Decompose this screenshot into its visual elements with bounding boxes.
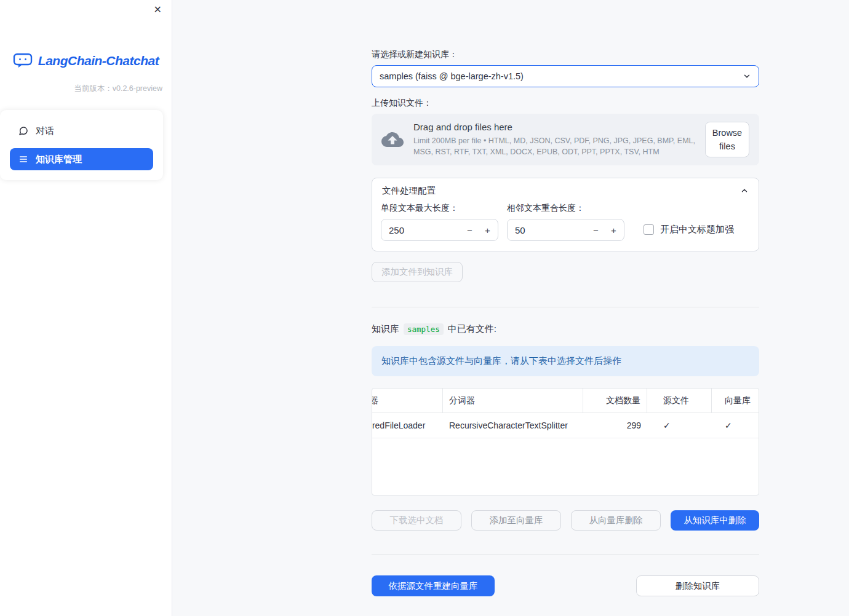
sidebar-nav: 对话 知识库管理 bbox=[0, 110, 163, 180]
sidebar-item-label: 知识库管理 bbox=[36, 154, 82, 165]
max-length-field: 单段文本最大长度： 250 − + bbox=[381, 203, 498, 241]
browse-files-button[interactable]: Browse files bbox=[705, 122, 749, 158]
zh-title-checkbox-label: 开启中文标题加强 bbox=[660, 224, 734, 235]
sidebar-item-label: 对话 bbox=[36, 125, 54, 137]
list-icon bbox=[18, 154, 28, 164]
kb-level-actions: 依据源文件重建向量库 删除知识库 bbox=[372, 575, 759, 596]
max-length-label: 单段文本最大长度： bbox=[381, 203, 498, 214]
cell-source-file-check: ✓ bbox=[647, 413, 712, 438]
cell-doc-count: 299 bbox=[583, 413, 647, 438]
app-logo: LangChain-Chatchat bbox=[0, 53, 172, 69]
cell-loader: UnstructuredFileLoader bbox=[372, 413, 443, 438]
sidebar-item-knowledge-base[interactable]: 知识库管理 bbox=[10, 148, 153, 170]
file-uploader-dropzone[interactable]: Drag and drop files here Limit 200MB per… bbox=[372, 114, 759, 165]
decrement-button[interactable]: − bbox=[461, 225, 479, 235]
add-files-to-kb-button[interactable]: 添加文件到知识库 bbox=[372, 262, 463, 282]
overlap-label: 相邻文本重合长度： bbox=[507, 203, 624, 214]
sidebar-item-dialogue[interactable]: 对话 bbox=[10, 120, 153, 142]
decrement-button[interactable]: − bbox=[587, 225, 605, 235]
delete-from-vector-store-button[interactable]: 从向量库删除 bbox=[571, 510, 661, 531]
chevron-up-icon bbox=[740, 186, 749, 195]
files-table: 文档加载器 分词器 文档数量 源文件 向量库 UnstructuredFileL… bbox=[372, 388, 759, 496]
existing-files-line: 知识库 samples 中已有文件: bbox=[372, 323, 759, 335]
upload-label: 上传知识文件： bbox=[372, 98, 759, 109]
kb-selectbox[interactable]: samples (faiss @ bge-large-zh-v1.5) bbox=[372, 65, 759, 87]
version-label: 当前版本：v0.2.6-preview bbox=[0, 84, 172, 94]
col-header-loader[interactable]: 文档加载器 bbox=[372, 389, 443, 413]
sidebar-close-icon[interactable]: ✕ bbox=[154, 5, 162, 15]
uploader-drag-text: Drag and drop files here bbox=[413, 122, 695, 132]
divider bbox=[372, 554, 759, 555]
cell-vector-store-check: ✓ bbox=[712, 413, 759, 438]
main-content: 请选择或新建知识库： samples (faiss @ bge-large-zh… bbox=[172, 0, 849, 616]
max-length-input[interactable]: 250 − + bbox=[381, 219, 498, 241]
delete-knowledge-base-button[interactable]: 删除知识库 bbox=[636, 575, 759, 596]
speech-bubble-icon bbox=[18, 126, 28, 136]
overlap-field: 相邻文本重合长度： 50 − + bbox=[507, 203, 624, 241]
chevron-down-icon bbox=[743, 72, 751, 81]
col-header-splitter[interactable]: 分词器 bbox=[443, 389, 583, 413]
existing-files-prefix: 知识库 bbox=[372, 323, 399, 335]
divider bbox=[372, 307, 759, 307]
checkbox-unchecked-icon[interactable] bbox=[644, 224, 654, 235]
file-config-expander-header[interactable]: 文件处理配置 bbox=[372, 178, 759, 203]
file-action-buttons: 下载选中文档 添加至向量库 从向量库删除 从知识库中删除 bbox=[372, 510, 759, 531]
kb-select-label: 请选择或新建知识库： bbox=[372, 49, 759, 60]
file-config-body: 单段文本最大长度： 250 − + 相邻文本重合长度： 50 − + 开启中文标… bbox=[372, 203, 759, 251]
file-config-expander: 文件处理配置 单段文本最大长度： 250 − + 相邻文本重合长度： 50 − … bbox=[372, 178, 759, 251]
overlap-value: 50 bbox=[515, 225, 587, 235]
chat-bubble-logo-icon bbox=[13, 53, 33, 69]
check-icon: ✓ bbox=[663, 421, 671, 430]
sidebar: ✕ LangChain-Chatchat 当前版本：v0.2.6-preview… bbox=[0, 0, 172, 616]
zh-title-checkbox-row[interactable]: 开启中文标题加强 bbox=[644, 218, 734, 240]
info-banner: 知识库中包含源文件与向量库，请从下表中选择文件后操作 bbox=[372, 346, 759, 376]
table-header-row: 文档加载器 分词器 文档数量 源文件 向量库 bbox=[372, 389, 759, 413]
kb-name-code: samples bbox=[404, 323, 444, 335]
add-to-vector-store-button[interactable]: 添加至向量库 bbox=[471, 510, 561, 531]
delete-from-kb-button[interactable]: 从知识库中删除 bbox=[671, 510, 759, 531]
app-logo-text: LangChain-Chatchat bbox=[38, 53, 159, 68]
overlap-input[interactable]: 50 − + bbox=[507, 219, 624, 241]
table-row[interactable]: UnstructuredFileLoader RecursiveCharacte… bbox=[372, 413, 759, 438]
file-config-title: 文件处理配置 bbox=[382, 185, 436, 197]
kb-selectbox-value: samples (faiss @ bge-large-zh-v1.5) bbox=[380, 71, 524, 81]
col-header-doc-count[interactable]: 文档数量 bbox=[583, 389, 647, 413]
increment-button[interactable]: + bbox=[479, 225, 496, 235]
uploader-texts: Drag and drop files here Limit 200MB per… bbox=[413, 122, 695, 157]
check-icon: ✓ bbox=[725, 421, 732, 430]
uploader-limit-text: Limit 200MB per file • HTML, MD, JSON, C… bbox=[413, 135, 695, 157]
cloud-upload-icon bbox=[381, 131, 404, 148]
col-header-vector-store[interactable]: 向量库 bbox=[712, 389, 759, 413]
col-header-source-file[interactable]: 源文件 bbox=[647, 389, 712, 413]
download-selected-button[interactable]: 下载选中文档 bbox=[372, 510, 461, 531]
existing-files-suffix: 中已有文件: bbox=[448, 323, 496, 335]
rebuild-vector-store-button[interactable]: 依据源文件重建向量库 bbox=[372, 575, 495, 596]
cell-splitter: RecursiveCharacterTextSplitter bbox=[443, 413, 583, 438]
spacer bbox=[372, 496, 759, 510]
max-length-value: 250 bbox=[389, 225, 461, 235]
increment-button[interactable]: + bbox=[605, 225, 623, 235]
